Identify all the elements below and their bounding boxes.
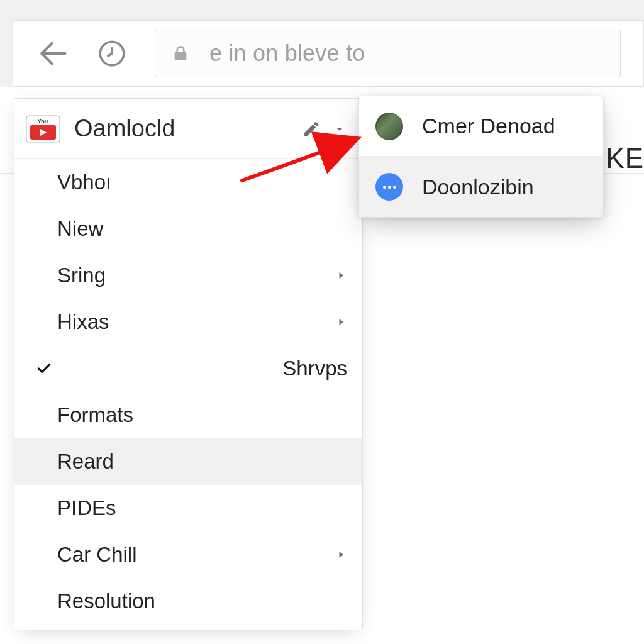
lock-icon bbox=[170, 43, 191, 64]
profile-item[interactable]: Doonlozibin bbox=[359, 157, 603, 217]
check-icon bbox=[36, 360, 52, 377]
menu-item[interactable]: Sring bbox=[14, 252, 362, 299]
dropdown-menu-list: VbhoıNiewSringHixasShrvpsFormatsReardPID… bbox=[14, 159, 362, 625]
menu-item[interactable]: PIDEs bbox=[14, 485, 362, 531]
submenu-arrow-icon bbox=[335, 316, 347, 328]
address-bar[interactable]: e in on bleve to bbox=[155, 30, 621, 77]
menu-item-label: Shrvps bbox=[282, 357, 347, 380]
menu-item-label: Resolution bbox=[57, 589, 155, 613]
avatar-photo bbox=[375, 113, 403, 140]
menu-item[interactable]: Hixas bbox=[14, 299, 362, 345]
bookmark-folder-dropdown: You Oamlocld VbhoıNiewSringHixasShrvpsFo… bbox=[14, 98, 363, 630]
menu-item-label: Formats bbox=[57, 403, 133, 427]
browser-toolbar: e in on bleve to bbox=[13, 20, 644, 87]
chevron-down-icon[interactable] bbox=[332, 121, 347, 136]
menu-item-label: Niew bbox=[57, 217, 103, 241]
history-button[interactable] bbox=[96, 38, 128, 69]
dropdown-header: You Oamlocld bbox=[14, 99, 362, 159]
submenu-arrow-icon bbox=[335, 269, 347, 282]
submenu-arrow-icon bbox=[335, 548, 347, 561]
address-text: e in on bleve to bbox=[209, 40, 365, 67]
menu-item-label: Car Chill bbox=[57, 543, 137, 567]
back-button[interactable] bbox=[36, 36, 71, 71]
menu-item[interactable]: Reard bbox=[14, 438, 362, 485]
menu-item-label: Sring bbox=[57, 264, 106, 287]
menu-item[interactable]: Vbhoı bbox=[14, 159, 362, 206]
menu-item[interactable]: Shrvps bbox=[14, 345, 362, 392]
menu-item-label: Vbhoı bbox=[57, 170, 111, 194]
menu-item-label: Hixas bbox=[57, 310, 109, 334]
menu-item-label: Reard bbox=[57, 450, 114, 474]
profile-switcher-dropdown: Cmer DenoadDoonlozibin bbox=[358, 96, 604, 218]
toolbar-divider bbox=[143, 28, 143, 79]
dropdown-title: Oamlocld bbox=[74, 115, 175, 142]
youtube-icon: You bbox=[26, 115, 74, 143]
edit-icon[interactable] bbox=[302, 119, 321, 138]
profile-item-label: Cmer Denoad bbox=[422, 114, 555, 138]
profile-item-label: Doonlozibin bbox=[422, 175, 534, 199]
menu-item[interactable]: Resolution bbox=[14, 578, 362, 625]
svg-text:You: You bbox=[38, 118, 48, 125]
menu-item[interactable]: Niew bbox=[14, 206, 362, 252]
menu-item[interactable]: Formats bbox=[14, 392, 362, 438]
menu-item-label: PIDEs bbox=[57, 496, 116, 520]
avatar-icon bbox=[375, 173, 403, 201]
menu-item[interactable]: Car Chill bbox=[14, 531, 362, 578]
profile-item[interactable]: Cmer Denoad bbox=[359, 96, 603, 157]
